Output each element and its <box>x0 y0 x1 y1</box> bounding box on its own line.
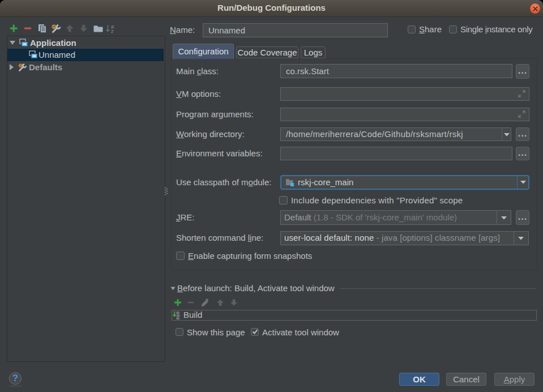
svg-text:01: 01 <box>177 317 180 319</box>
svg-text:z: z <box>111 28 114 33</box>
